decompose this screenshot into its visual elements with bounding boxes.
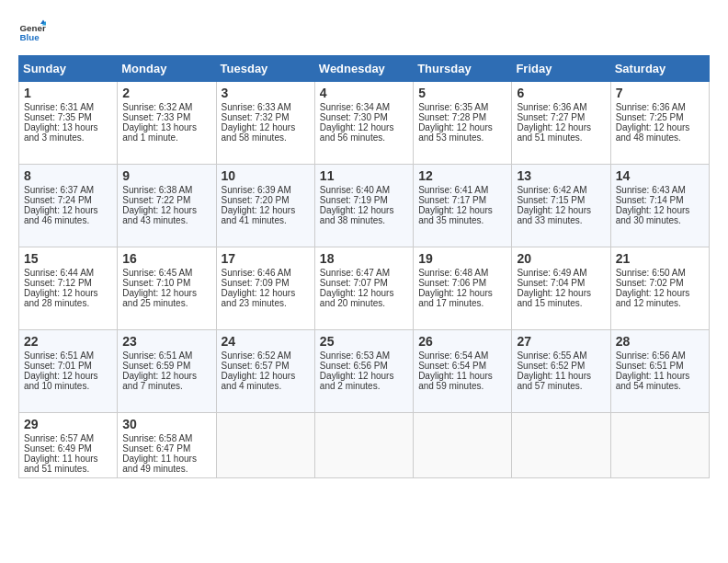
day-info: Daylight: 12 hours — [616, 205, 704, 215]
day-number: 30 — [122, 417, 210, 431]
day-info: Sunset: 6:47 PM — [122, 443, 210, 454]
day-info: and 59 minutes. — [418, 381, 506, 391]
day-info: and 53 minutes. — [418, 132, 506, 143]
day-info: Daylight: 12 hours — [320, 371, 408, 381]
day-header-monday: Monday — [118, 56, 216, 82]
day-number: 10 — [222, 168, 310, 183]
day-info: Sunrise: 6:31 AM — [24, 102, 112, 112]
day-info: Sunrise: 6:44 AM — [24, 268, 112, 278]
day-number: 4 — [320, 86, 408, 100]
day-info: and 48 minutes. — [616, 132, 704, 143]
day-info: Sunset: 6:54 PM — [418, 361, 506, 371]
day-info: Sunrise: 6:49 AM — [517, 268, 605, 278]
calendar-cell: 18Sunrise: 6:47 AMSunset: 7:07 PMDayligh… — [314, 247, 413, 330]
day-info: Sunrise: 6:36 AM — [616, 102, 704, 112]
day-info: Sunset: 7:30 PM — [320, 112, 408, 122]
calendar-cell: 24Sunrise: 6:52 AMSunset: 6:57 PMDayligh… — [216, 330, 314, 413]
day-info: Daylight: 13 hours — [122, 122, 210, 132]
calendar-cell: 29Sunrise: 6:57 AMSunset: 6:49 PMDayligh… — [19, 413, 118, 478]
calendar-cell: 25Sunrise: 6:53 AMSunset: 6:56 PMDayligh… — [314, 330, 413, 413]
day-number: 18 — [320, 251, 408, 266]
day-number: 15 — [24, 251, 112, 266]
calendar-cell: 5Sunrise: 6:35 AMSunset: 7:28 PMDaylight… — [414, 82, 512, 165]
day-info: Sunrise: 6:51 AM — [122, 350, 210, 361]
day-number: 23 — [122, 334, 210, 349]
day-number: 6 — [517, 86, 605, 100]
day-info: Sunset: 6:56 PM — [320, 361, 408, 371]
calendar-cell: 14Sunrise: 6:43 AMSunset: 7:14 PMDayligh… — [610, 165, 709, 247]
day-info: Sunrise: 6:34 AM — [320, 102, 408, 112]
day-info: and 41 minutes. — [222, 215, 310, 225]
day-info: Sunrise: 6:39 AM — [222, 185, 310, 195]
day-info: and 54 minutes. — [616, 381, 704, 391]
day-number: 12 — [418, 168, 506, 183]
calendar-cell: 27Sunrise: 6:55 AMSunset: 6:52 PMDayligh… — [512, 330, 610, 413]
day-info: Sunrise: 6:43 AM — [616, 185, 704, 195]
day-header-friday: Friday — [512, 56, 610, 82]
day-info: and 56 minutes. — [320, 132, 408, 143]
day-info: Sunset: 7:20 PM — [222, 195, 310, 205]
day-info: Sunset: 7:04 PM — [517, 278, 605, 288]
day-number: 9 — [122, 168, 210, 183]
day-info: Sunset: 6:51 PM — [616, 361, 704, 371]
day-info: Sunrise: 6:57 AM — [24, 433, 112, 443]
day-info: Daylight: 12 hours — [320, 122, 408, 132]
day-info: and 57 minutes. — [517, 381, 605, 391]
day-info: Sunrise: 6:38 AM — [122, 185, 210, 195]
day-header-wednesday: Wednesday — [314, 56, 413, 82]
day-info: and 15 minutes. — [517, 298, 605, 308]
day-info: Daylight: 11 hours — [122, 454, 210, 464]
day-info: Sunset: 7:17 PM — [418, 195, 506, 205]
day-info: Daylight: 12 hours — [418, 122, 506, 132]
day-info: Sunrise: 6:32 AM — [122, 102, 210, 112]
day-number: 25 — [320, 334, 408, 349]
day-info: Sunset: 6:57 PM — [222, 361, 310, 371]
day-info: Sunrise: 6:33 AM — [222, 102, 310, 112]
day-info: Sunrise: 6:45 AM — [122, 268, 210, 278]
day-header-thursday: Thursday — [414, 56, 512, 82]
day-number: 27 — [517, 334, 605, 349]
day-number: 28 — [616, 334, 704, 349]
day-info: Sunset: 7:12 PM — [24, 278, 112, 288]
day-number: 20 — [517, 251, 605, 266]
day-number: 3 — [222, 86, 310, 100]
calendar-cell — [512, 413, 610, 478]
day-info: Sunset: 7:19 PM — [320, 195, 408, 205]
day-info: Sunset: 7:35 PM — [24, 112, 112, 122]
day-info: Sunset: 7:27 PM — [517, 112, 605, 122]
calendar-cell: 13Sunrise: 6:42 AMSunset: 7:15 PMDayligh… — [512, 165, 610, 247]
day-info: Daylight: 12 hours — [517, 288, 605, 298]
day-info: Daylight: 12 hours — [222, 205, 310, 215]
day-info: and 46 minutes. — [24, 215, 112, 225]
logo-icon: General Blue — [18, 18, 46, 46]
day-info: Daylight: 11 hours — [24, 454, 112, 464]
day-info: and 49 minutes. — [122, 464, 210, 474]
calendar-cell: 21Sunrise: 6:50 AMSunset: 7:02 PMDayligh… — [610, 247, 709, 330]
day-info: and 7 minutes. — [122, 381, 210, 391]
day-info: Sunrise: 6:54 AM — [418, 350, 506, 361]
day-number: 2 — [122, 86, 210, 100]
day-info: Sunrise: 6:48 AM — [418, 268, 506, 278]
day-number: 14 — [616, 168, 704, 183]
day-header-saturday: Saturday — [610, 56, 709, 82]
day-info: Sunrise: 6:35 AM — [418, 102, 506, 112]
svg-text:Blue: Blue — [20, 32, 40, 42]
day-info: and 10 minutes. — [24, 381, 112, 391]
day-info: Sunrise: 6:56 AM — [616, 350, 704, 361]
day-info: Sunrise: 6:58 AM — [122, 433, 210, 443]
day-header-tuesday: Tuesday — [216, 56, 314, 82]
calendar-cell — [314, 413, 413, 478]
day-info: Sunrise: 6:36 AM — [517, 102, 605, 112]
day-info: and 38 minutes. — [320, 215, 408, 225]
calendar-table: SundayMondayTuesdayWednesdayThursdayFrid… — [18, 55, 710, 478]
day-info: Sunrise: 6:40 AM — [320, 185, 408, 195]
day-info: Sunset: 7:06 PM — [418, 278, 506, 288]
calendar-cell: 17Sunrise: 6:46 AMSunset: 7:09 PMDayligh… — [216, 247, 314, 330]
day-info: Sunset: 7:15 PM — [517, 195, 605, 205]
day-number: 19 — [418, 251, 506, 266]
day-info: Daylight: 12 hours — [222, 288, 310, 298]
header: General Blue — [18, 18, 710, 46]
calendar-cell: 2Sunrise: 6:32 AMSunset: 7:33 PMDaylight… — [118, 82, 216, 165]
day-info: Sunset: 7:09 PM — [222, 278, 310, 288]
calendar-cell: 26Sunrise: 6:54 AMSunset: 6:54 PMDayligh… — [414, 330, 512, 413]
